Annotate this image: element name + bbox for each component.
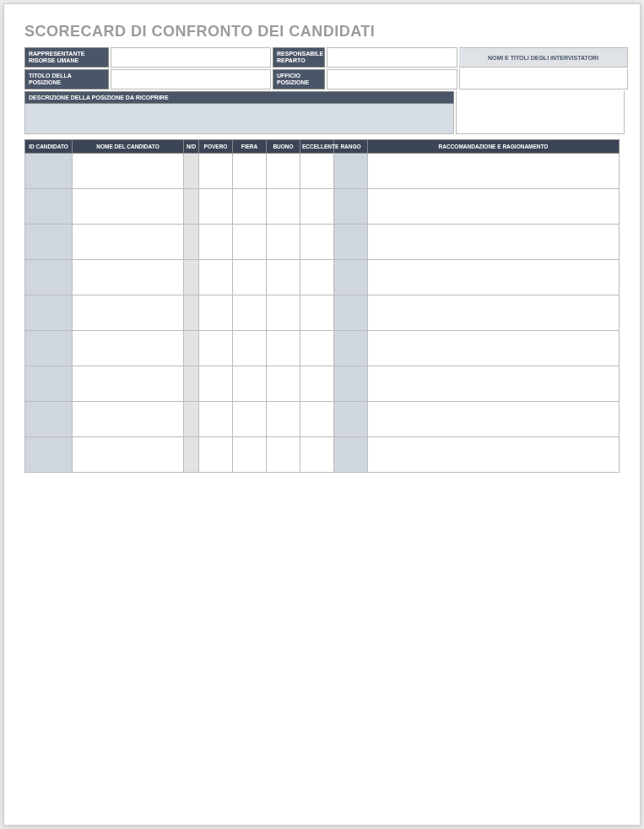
cell-recc[interactable] bbox=[368, 154, 620, 189]
cell-excellent[interactable] bbox=[300, 402, 334, 437]
cell-recc[interactable] bbox=[368, 225, 620, 260]
cell-good[interactable] bbox=[267, 295, 300, 331]
cell-poor[interactable] bbox=[199, 402, 233, 437]
cell-id[interactable] bbox=[25, 189, 73, 225]
cell-rank[interactable] bbox=[334, 260, 368, 295]
cell-id[interactable] bbox=[25, 331, 73, 366]
cell-nd[interactable] bbox=[184, 437, 199, 473]
cell-fair[interactable] bbox=[233, 189, 267, 225]
cell-id[interactable] bbox=[25, 437, 73, 473]
cell-nd[interactable] bbox=[184, 260, 199, 295]
cell-name[interactable] bbox=[73, 295, 184, 331]
cell-rank[interactable] bbox=[334, 154, 368, 189]
table-row bbox=[25, 437, 620, 473]
cell-good[interactable] bbox=[267, 437, 300, 473]
desc-value[interactable] bbox=[24, 104, 454, 134]
cell-id[interactable] bbox=[25, 366, 73, 402]
cell-rank[interactable] bbox=[334, 366, 368, 402]
cell-recc[interactable] bbox=[368, 366, 620, 402]
cell-id[interactable] bbox=[25, 295, 73, 331]
cell-fair[interactable] bbox=[233, 225, 267, 260]
cell-rank[interactable] bbox=[334, 331, 368, 366]
cell-recc[interactable] bbox=[368, 189, 620, 225]
cell-rank[interactable] bbox=[334, 295, 368, 331]
cell-name[interactable] bbox=[73, 260, 184, 295]
cell-nd[interactable] bbox=[184, 189, 199, 225]
cell-name[interactable] bbox=[73, 402, 184, 437]
cell-fair[interactable] bbox=[233, 260, 267, 295]
cell-nd[interactable] bbox=[184, 366, 199, 402]
cell-fair[interactable] bbox=[233, 331, 267, 366]
desc-label: DESCRIZIONE DELLA POSIZIONE DA RICOPRIRE bbox=[24, 91, 454, 104]
cell-name[interactable] bbox=[73, 189, 184, 225]
cell-excellent[interactable] bbox=[300, 331, 334, 366]
table-row bbox=[25, 295, 620, 331]
interviewer-value-bottom[interactable] bbox=[456, 91, 625, 134]
dept-mgr-value[interactable] bbox=[327, 47, 457, 68]
cell-poor[interactable] bbox=[199, 295, 233, 331]
cell-recc[interactable] bbox=[368, 331, 620, 366]
cell-rank[interactable] bbox=[334, 225, 368, 260]
cell-good[interactable] bbox=[267, 260, 300, 295]
interviewer-value-top[interactable] bbox=[459, 69, 628, 89]
cell-fair[interactable] bbox=[233, 154, 267, 189]
cell-nd[interactable] bbox=[184, 331, 199, 366]
cell-good[interactable] bbox=[267, 225, 300, 260]
th-recc: RACCOMANDAZIONE E RAGIONAMENTO bbox=[368, 140, 620, 154]
cell-poor[interactable] bbox=[199, 154, 233, 189]
cell-excellent[interactable] bbox=[300, 366, 334, 402]
cell-recc[interactable] bbox=[368, 260, 620, 295]
cell-poor[interactable] bbox=[199, 437, 233, 473]
cell-good[interactable] bbox=[267, 366, 300, 402]
cell-name[interactable] bbox=[73, 154, 184, 189]
cell-rank[interactable] bbox=[334, 437, 368, 473]
cell-excellent[interactable] bbox=[300, 189, 334, 225]
cell-id[interactable] bbox=[25, 260, 73, 295]
cell-fair[interactable] bbox=[233, 402, 267, 437]
cell-nd[interactable] bbox=[184, 225, 199, 260]
cell-rank[interactable] bbox=[334, 402, 368, 437]
cell-nd[interactable] bbox=[184, 402, 199, 437]
position-title-value[interactable] bbox=[111, 69, 271, 89]
cell-excellent[interactable] bbox=[300, 260, 334, 295]
th-nd: N/D bbox=[184, 140, 199, 154]
cell-poor[interactable] bbox=[199, 331, 233, 366]
cell-fair[interactable] bbox=[233, 437, 267, 473]
cell-excellent[interactable] bbox=[300, 295, 334, 331]
cell-excellent[interactable] bbox=[300, 154, 334, 189]
position-title-label: TITOLO DELLA POSIZIONE bbox=[24, 69, 109, 89]
cell-excellent[interactable] bbox=[300, 225, 334, 260]
cell-poor[interactable] bbox=[199, 366, 233, 402]
cell-poor[interactable] bbox=[199, 189, 233, 225]
cell-poor[interactable] bbox=[199, 260, 233, 295]
cell-recc[interactable] bbox=[368, 295, 620, 331]
cell-good[interactable] bbox=[267, 154, 300, 189]
cell-excellent[interactable] bbox=[300, 437, 334, 473]
info-row-1: RAPPRESENTANTE RISORSE UMANE RESPONSABIL… bbox=[24, 47, 620, 68]
cell-id[interactable] bbox=[25, 225, 73, 260]
cell-id[interactable] bbox=[25, 154, 73, 189]
cell-fair[interactable] bbox=[233, 295, 267, 331]
cell-good[interactable] bbox=[267, 189, 300, 225]
cell-recc[interactable] bbox=[368, 437, 620, 473]
cell-recc[interactable] bbox=[368, 402, 620, 437]
cell-nd[interactable] bbox=[184, 154, 199, 189]
position-office-value[interactable] bbox=[327, 69, 457, 89]
table-row bbox=[25, 366, 620, 402]
cell-name[interactable] bbox=[73, 331, 184, 366]
table-row bbox=[25, 331, 620, 366]
cell-name[interactable] bbox=[73, 366, 184, 402]
cell-good[interactable] bbox=[267, 331, 300, 366]
hr-rep-value[interactable] bbox=[111, 47, 271, 68]
table-row bbox=[25, 260, 620, 295]
cell-nd[interactable] bbox=[184, 295, 199, 331]
cell-fair[interactable] bbox=[233, 366, 267, 402]
cell-name[interactable] bbox=[73, 225, 184, 260]
cell-good[interactable] bbox=[267, 402, 300, 437]
cell-rank[interactable] bbox=[334, 189, 368, 225]
cell-poor[interactable] bbox=[199, 225, 233, 260]
desc-row: DESCRIZIONE DELLA POSIZIONE DA RICOPRIRE bbox=[24, 91, 620, 134]
cell-id[interactable] bbox=[25, 402, 73, 437]
table-row bbox=[25, 154, 620, 189]
cell-name[interactable] bbox=[73, 437, 184, 473]
